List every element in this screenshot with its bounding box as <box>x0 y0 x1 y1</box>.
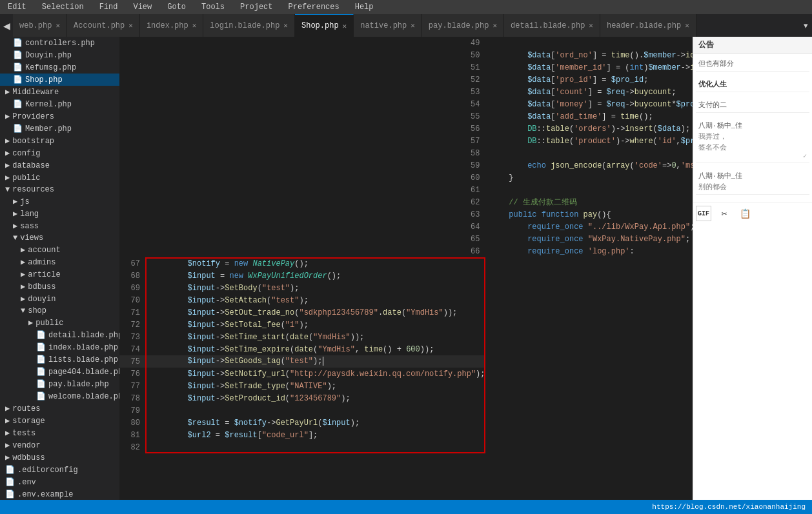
folder-arrow-icon: ▼ <box>13 233 17 242</box>
tab-close-web-php[interactable]: ✕ <box>56 21 60 30</box>
sidebar-item-resources[interactable]: ▼ resources <box>0 184 119 195</box>
menu-preferences[interactable]: Preferences <box>286 1 342 13</box>
right-panel-section-5: 八期·杨中_佳 别的都会 <box>696 168 809 195</box>
sidebar-item-label: welcome.blade.php <box>48 392 119 401</box>
folder-arrow-icon: ▶ <box>5 136 10 146</box>
code-line-71: 71 $input->SetOut_trade_no("sdkphp123456… <box>119 306 485 319</box>
sidebar-item-lang[interactable]: ▶ lang <box>0 208 119 220</box>
sidebar-item-providers[interactable]: ▶ Providers <box>0 110 119 123</box>
sidebar-item-label: Kefumsg.php <box>25 63 76 72</box>
file-icon: 📄 <box>36 379 46 389</box>
tab-account-php[interactable]: Account.php ✕ <box>67 14 140 37</box>
tab-close-header-blade[interactable]: ✕ <box>685 21 689 30</box>
tab-pay-blade[interactable]: pay.blade.php ✕ <box>422 14 504 37</box>
sidebar-item-config[interactable]: ▶ config <box>0 147 119 159</box>
sidebar-item-js[interactable]: ▶ js <box>0 195 119 208</box>
menu-find[interactable]: Find <box>97 1 121 13</box>
sidebar-item-member[interactable]: 📄 Member.php <box>0 123 119 135</box>
code-line-58: 58 <box>119 147 693 159</box>
menu-project[interactable]: Project <box>238 1 275 13</box>
menu-help[interactable]: Help <box>352 1 376 13</box>
sidebar-item-label: .editorconfig <box>17 466 78 475</box>
sidebar-item-douyin-view[interactable]: ▶ douyin <box>0 293 119 305</box>
sidebar-item-label: storage <box>12 417 45 426</box>
menu-edit[interactable]: Edit <box>5 1 29 13</box>
tab-label: web.php <box>19 21 52 30</box>
code-line-54: 54 $data['money'] = $req->buycount*$prod… <box>119 98 693 110</box>
copy-icon-btn[interactable]: 📋 <box>737 206 753 221</box>
tab-detail-blade[interactable]: detail.blade.php ✕ <box>504 14 600 37</box>
sidebar-item-douyin[interactable]: 📄 Douyin.php <box>0 49 119 61</box>
sidebar-item-middleware[interactable]: ▶ Middleware <box>0 86 119 98</box>
sidebar-item-bootstrap[interactable]: ▶ bootstrap <box>0 135 119 147</box>
tab-login-blade[interactable]: login.blade.php ✕ <box>203 14 295 37</box>
code-container: 49 50 $data['ord_no'] = time().$member->… <box>119 37 693 453</box>
sidebar-item-kernel[interactable]: 📄 Kernel.php <box>0 98 119 110</box>
sidebar-item-label: views <box>20 233 43 242</box>
folder-arrow-icon: ▼ <box>5 185 10 194</box>
sidebar-item-shop-php[interactable]: 📄 Shop.php <box>0 74 119 86</box>
tab-close-pay-blade[interactable]: ✕ <box>492 21 497 30</box>
code-line-59: 59 echo json_encode(array('code'=>0,'msg… <box>119 159 693 172</box>
sidebar-item-env-example[interactable]: 📄 .env.example <box>0 488 119 500</box>
tab-close-index-php[interactable]: ✕ <box>192 21 197 30</box>
sidebar-item-index-blade[interactable]: 📄 index.blade.php <box>0 341 119 353</box>
sidebar-item-account[interactable]: ▶ account <box>0 244 119 256</box>
menu-view[interactable]: View <box>130 1 154 13</box>
sidebar-item-public[interactable]: ▶ public <box>0 172 119 184</box>
tab-overflow-button[interactable]: ▾ <box>799 14 812 37</box>
menu-goto[interactable]: Goto <box>165 1 188 13</box>
folder-arrow-icon: ▶ <box>5 428 10 438</box>
gif-icon-btn[interactable]: GIF <box>696 206 711 221</box>
sidebar-item-label: Douyin.php <box>25 51 72 60</box>
sidebar-item-lists-blade[interactable]: 📄 lists.blade.php <box>0 353 119 366</box>
sidebar-item-welcome-blade[interactable]: 📄 welcome.blade.php <box>0 390 119 402</box>
menu-selection[interactable]: Selection <box>39 1 86 13</box>
editor-area[interactable]: 49 50 $data['ord_no'] = time().$member->… <box>119 37 693 500</box>
sidebar-item-sass[interactable]: ▶ sass <box>0 220 119 232</box>
sidebar-item-pay-blade[interactable]: 📄 pay.blade.php <box>0 378 119 390</box>
sidebar-item-vendor[interactable]: ▶ vendor <box>0 439 119 451</box>
tab-close-account-php[interactable]: ✕ <box>128 21 133 30</box>
code-line-56: 56 DB::table('orders')->insert($data); <box>119 123 693 135</box>
sidebar-item-env[interactable]: 📄 .env <box>0 476 119 488</box>
sidebar-item-database[interactable]: ▶ database <box>0 159 119 172</box>
tab-close-login-blade[interactable]: ✕ <box>283 21 288 30</box>
sidebar-item-admins[interactable]: ▶ admins <box>0 256 119 268</box>
file-icon: 📄 <box>13 63 23 72</box>
code-line-75: 75 $input->SetGoods_tag("test"); <box>119 355 485 368</box>
sidebar-item-routes[interactable]: ▶ routes <box>0 402 119 415</box>
sidebar-item-views[interactable]: ▼ views <box>0 232 119 244</box>
tab-header-blade[interactable]: header.blade.php ✕ <box>600 14 696 37</box>
tab-close-detail-blade[interactable]: ✕ <box>589 21 593 30</box>
sidebar-item-article[interactable]: ▶ article <box>0 268 119 281</box>
menu-tools[interactable]: Tools <box>199 1 227 13</box>
cut-icon-btn[interactable]: ✂ <box>716 206 732 221</box>
sidebar-item-page404-blade[interactable]: 📄 page404.blade.php <box>0 366 119 378</box>
tab-index-php[interactable]: index.php ✕ <box>140 14 203 37</box>
sidebar-item-wdbbuss[interactable]: ▶ wdbbuss <box>0 451 119 464</box>
tab-prev-button[interactable]: ◀ <box>0 14 13 37</box>
folder-arrow-icon: ▶ <box>13 221 17 231</box>
tab-web-php[interactable]: web.php ✕ <box>13 14 67 37</box>
sidebar-item-editorconfig[interactable]: 📄 .editorconfig <box>0 464 119 476</box>
sidebar-item-detail-blade[interactable]: 📄 detail.blade.php <box>0 329 119 341</box>
sidebar-item-public-shop[interactable]: ▶ public <box>0 317 119 329</box>
folder-arrow-icon: ▶ <box>13 209 17 219</box>
sidebar-item-bdbuss[interactable]: ▶ bdbuss <box>0 281 119 293</box>
sidebar-item-label: public <box>12 173 40 183</box>
sidebar-item-label: Middleware <box>12 88 59 97</box>
code-line-55: 55 $data['add_time'] = time(); <box>119 110 693 123</box>
tab-shop-php[interactable]: Shop.php ✕ <box>295 14 354 37</box>
tab-close-native-php[interactable]: ✕ <box>411 21 415 30</box>
sidebar-item-tests[interactable]: ▶ tests <box>0 427 119 439</box>
code-line-60: 60 } <box>119 172 693 184</box>
sidebar-item-storage[interactable]: ▶ storage <box>0 415 119 427</box>
tab-close-shop-php[interactable]: ✕ <box>343 22 347 30</box>
tab-label: Shop.php <box>301 21 339 30</box>
tab-native-php[interactable]: native.php ✕ <box>354 14 422 37</box>
code-line-62: 62 // 生成付款二维码 <box>119 196 693 208</box>
sidebar-item-shop-view[interactable]: ▼ shop <box>0 305 119 317</box>
sidebar-item-controllers[interactable]: 📄 controllers.php <box>0 37 119 49</box>
sidebar-item-kefumsg[interactable]: 📄 Kefumsg.php <box>0 61 119 74</box>
